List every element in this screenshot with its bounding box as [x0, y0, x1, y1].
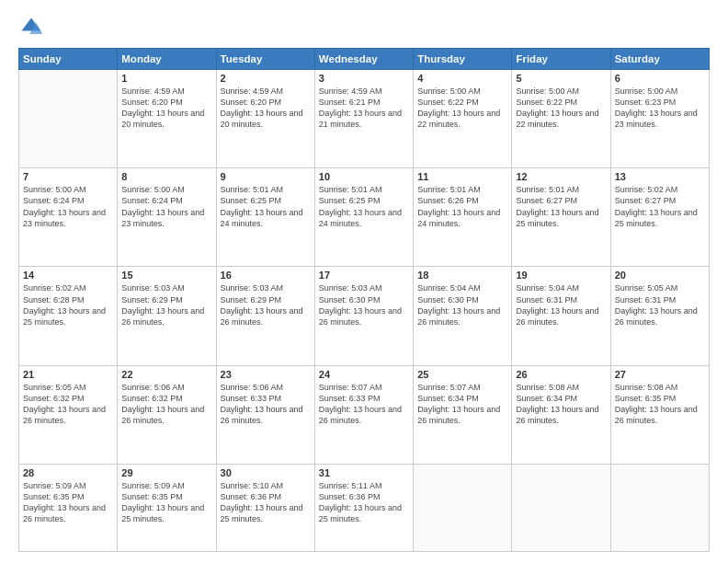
calendar-cell-3-4: 17Sunrise: 5:03 AMSunset: 6:30 PMDayligh… — [314, 267, 413, 365]
calendar-week-row-4: 21Sunrise: 5:05 AMSunset: 6:32 PMDayligh… — [19, 365, 710, 464]
day-info: Sunrise: 5:01 AMSunset: 6:26 PMDaylight:… — [417, 184, 507, 229]
day-info: Sunrise: 4:59 AMSunset: 6:21 PMDaylight:… — [319, 86, 409, 131]
day-info: Sunrise: 5:02 AMSunset: 6:28 PMDaylight:… — [23, 282, 113, 327]
day-number: 30 — [221, 467, 311, 478]
calendar-table: SundayMondayTuesdayWednesdayThursdayFrid… — [18, 48, 710, 552]
calendar-cell-3-5: 18Sunrise: 5:04 AMSunset: 6:30 PMDayligh… — [414, 267, 512, 365]
day-number: 20 — [615, 270, 705, 281]
day-info: Sunrise: 5:07 AMSunset: 6:33 PMDaylight:… — [319, 382, 409, 427]
day-info: Sunrise: 5:00 AMSunset: 6:22 PMDaylight:… — [516, 86, 606, 131]
calendar-cell-5-7 — [610, 464, 709, 551]
day-number: 28 — [23, 467, 113, 478]
calendar-week-row-1: 1Sunrise: 4:59 AMSunset: 6:20 PMDaylight… — [19, 70, 710, 168]
day-number: 10 — [319, 171, 409, 182]
calendar-header-friday: Friday — [512, 49, 610, 70]
calendar-cell-1-1 — [19, 70, 118, 168]
day-number: 12 — [516, 171, 606, 182]
day-info: Sunrise: 5:09 AMSunset: 6:35 PMDaylight:… — [23, 480, 113, 525]
day-number: 5 — [516, 73, 606, 84]
day-number: 1 — [121, 73, 211, 84]
day-number: 14 — [23, 270, 113, 281]
calendar-cell-5-3: 30Sunrise: 5:10 AMSunset: 6:36 PMDayligh… — [216, 464, 314, 551]
day-info: Sunrise: 5:00 AMSunset: 6:23 PMDaylight:… — [615, 86, 705, 131]
calendar-cell-5-4: 31Sunrise: 5:11 AMSunset: 6:36 PMDayligh… — [314, 464, 413, 551]
day-number: 16 — [221, 270, 311, 281]
calendar-cell-2-1: 7Sunrise: 5:00 AMSunset: 6:24 PMDaylight… — [19, 168, 118, 267]
day-number: 3 — [319, 73, 409, 84]
calendar-cell-4-2: 22Sunrise: 5:06 AMSunset: 6:32 PMDayligh… — [118, 365, 216, 464]
day-info: Sunrise: 5:04 AMSunset: 6:30 PMDaylight:… — [417, 282, 507, 327]
day-number: 13 — [615, 171, 705, 182]
day-number: 27 — [615, 369, 705, 380]
day-number: 23 — [221, 369, 311, 380]
calendar-cell-3-7: 20Sunrise: 5:05 AMSunset: 6:31 PMDayligh… — [610, 267, 709, 365]
day-number: 24 — [319, 369, 409, 380]
calendar-week-row-5: 28Sunrise: 5:09 AMSunset: 6:35 PMDayligh… — [19, 464, 710, 551]
day-info: Sunrise: 5:05 AMSunset: 6:31 PMDaylight:… — [615, 282, 705, 327]
day-number: 22 — [121, 369, 211, 380]
calendar-cell-1-5: 4Sunrise: 5:00 AMSunset: 6:22 PMDaylight… — [414, 70, 512, 168]
day-info: Sunrise: 5:10 AMSunset: 6:36 PMDaylight:… — [221, 480, 311, 525]
calendar-cell-3-1: 14Sunrise: 5:02 AMSunset: 6:28 PMDayligh… — [19, 267, 118, 365]
day-number: 17 — [319, 270, 409, 281]
day-info: Sunrise: 5:01 AMSunset: 6:25 PMDaylight:… — [319, 184, 409, 229]
calendar-cell-3-6: 19Sunrise: 5:04 AMSunset: 6:31 PMDayligh… — [512, 267, 610, 365]
calendar-header-sunday: Sunday — [19, 49, 118, 70]
calendar-cell-2-3: 9Sunrise: 5:01 AMSunset: 6:25 PMDaylight… — [216, 168, 314, 267]
calendar-week-row-3: 14Sunrise: 5:02 AMSunset: 6:28 PMDayligh… — [19, 267, 710, 365]
day-info: Sunrise: 5:00 AMSunset: 6:22 PMDaylight:… — [417, 86, 507, 131]
calendar-cell-2-5: 11Sunrise: 5:01 AMSunset: 6:26 PMDayligh… — [414, 168, 512, 267]
day-number: 7 — [23, 171, 113, 182]
day-number: 8 — [121, 171, 211, 182]
day-info: Sunrise: 5:09 AMSunset: 6:35 PMDaylight:… — [121, 480, 211, 525]
calendar-cell-2-6: 12Sunrise: 5:01 AMSunset: 6:27 PMDayligh… — [512, 168, 610, 267]
day-number: 25 — [417, 369, 507, 380]
logo-icon — [18, 15, 44, 40]
calendar-cell-1-3: 2Sunrise: 4:59 AMSunset: 6:20 PMDaylight… — [216, 70, 314, 168]
day-number: 19 — [516, 270, 606, 281]
calendar-cell-4-7: 27Sunrise: 5:08 AMSunset: 6:35 PMDayligh… — [610, 365, 709, 464]
calendar-cell-1-6: 5Sunrise: 5:00 AMSunset: 6:22 PMDaylight… — [512, 70, 610, 168]
day-number: 15 — [121, 270, 211, 281]
calendar-cell-4-4: 24Sunrise: 5:07 AMSunset: 6:33 PMDayligh… — [314, 365, 413, 464]
day-number: 2 — [221, 73, 311, 84]
day-number: 11 — [417, 171, 507, 182]
logo — [18, 15, 48, 40]
day-info: Sunrise: 5:11 AMSunset: 6:36 PMDaylight:… — [319, 480, 409, 525]
header — [18, 15, 710, 40]
calendar-cell-5-6 — [512, 464, 610, 551]
day-info: Sunrise: 5:05 AMSunset: 6:32 PMDaylight:… — [23, 382, 113, 427]
calendar-cell-2-4: 10Sunrise: 5:01 AMSunset: 6:25 PMDayligh… — [314, 168, 413, 267]
calendar-cell-5-2: 29Sunrise: 5:09 AMSunset: 6:35 PMDayligh… — [118, 464, 216, 551]
calendar-cell-2-2: 8Sunrise: 5:00 AMSunset: 6:24 PMDaylight… — [118, 168, 216, 267]
day-number: 26 — [516, 369, 606, 380]
calendar-cell-1-4: 3Sunrise: 4:59 AMSunset: 6:21 PMDaylight… — [314, 70, 413, 168]
calendar-cell-4-1: 21Sunrise: 5:05 AMSunset: 6:32 PMDayligh… — [19, 365, 118, 464]
calendar-header-wednesday: Wednesday — [314, 49, 413, 70]
day-info: Sunrise: 5:02 AMSunset: 6:27 PMDaylight:… — [615, 184, 705, 229]
day-info: Sunrise: 5:03 AMSunset: 6:29 PMDaylight:… — [121, 282, 211, 327]
day-info: Sunrise: 4:59 AMSunset: 6:20 PMDaylight:… — [221, 86, 311, 131]
page: SundayMondayTuesdayWednesdayThursdayFrid… — [0, 0, 728, 563]
day-info: Sunrise: 5:06 AMSunset: 6:33 PMDaylight:… — [221, 382, 311, 427]
day-info: Sunrise: 5:01 AMSunset: 6:27 PMDaylight:… — [516, 184, 606, 229]
calendar-cell-3-3: 16Sunrise: 5:03 AMSunset: 6:29 PMDayligh… — [216, 267, 314, 365]
day-number: 21 — [23, 369, 113, 380]
calendar-cell-4-3: 23Sunrise: 5:06 AMSunset: 6:33 PMDayligh… — [216, 365, 314, 464]
day-info: Sunrise: 5:03 AMSunset: 6:30 PMDaylight:… — [319, 282, 409, 327]
calendar-week-row-2: 7Sunrise: 5:00 AMSunset: 6:24 PMDaylight… — [19, 168, 710, 267]
day-number: 6 — [615, 73, 705, 84]
day-info: Sunrise: 5:01 AMSunset: 6:25 PMDaylight:… — [221, 184, 311, 229]
calendar-cell-3-2: 15Sunrise: 5:03 AMSunset: 6:29 PMDayligh… — [118, 267, 216, 365]
day-info: Sunrise: 5:03 AMSunset: 6:29 PMDaylight:… — [221, 282, 311, 327]
calendar-cell-4-6: 26Sunrise: 5:08 AMSunset: 6:34 PMDayligh… — [512, 365, 610, 464]
calendar-header-thursday: Thursday — [414, 49, 512, 70]
day-number: 29 — [121, 467, 211, 478]
calendar-cell-1-2: 1Sunrise: 4:59 AMSunset: 6:20 PMDaylight… — [118, 70, 216, 168]
calendar-header-row: SundayMondayTuesdayWednesdayThursdayFrid… — [19, 49, 710, 70]
calendar-header-saturday: Saturday — [610, 49, 709, 70]
calendar-cell-4-5: 25Sunrise: 5:07 AMSunset: 6:34 PMDayligh… — [414, 365, 512, 464]
day-number: 4 — [417, 73, 507, 84]
calendar-cell-1-7: 6Sunrise: 5:00 AMSunset: 6:23 PMDaylight… — [610, 70, 709, 168]
day-info: Sunrise: 5:08 AMSunset: 6:34 PMDaylight:… — [516, 382, 606, 427]
